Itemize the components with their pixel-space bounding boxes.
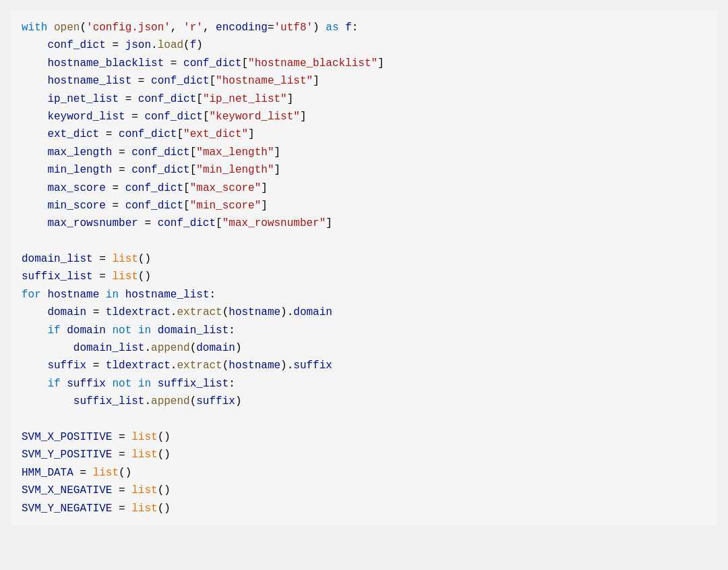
code-block: with open('config.json', 'r', encoding='… bbox=[11, 11, 717, 525]
code-line-5: ip_net_list = conf_dict["ip_net_list"] bbox=[22, 90, 706, 108]
code-line-21: suffix_list.append(suffix) bbox=[22, 393, 706, 410]
code-line-8: max_length = conf_dict["max_length"] bbox=[22, 144, 706, 161]
code-line-24: HMM_DATA = list() bbox=[22, 464, 706, 482]
code-line-7: ext_dict = conf_dict["ext_dict"] bbox=[22, 125, 706, 143]
code-line-blank1 bbox=[22, 233, 706, 250]
code-line-16: domain = tldextract.extract(hostname).do… bbox=[22, 304, 706, 321]
code-line-18: domain_list.append(domain) bbox=[22, 339, 706, 357]
code-line-17: if domain not in domain_list: bbox=[22, 322, 706, 339]
code-line-13: domain_list = list() bbox=[22, 250, 706, 268]
code-line-22: SVM_X_POSITIVE = list() bbox=[22, 428, 706, 446]
code-line-6: keyword_list = conf_dict["keyword_list"] bbox=[22, 108, 706, 125]
code-line-15: for hostname in hostname_list: bbox=[22, 286, 706, 304]
code-line-9: min_length = conf_dict["min_length"] bbox=[22, 161, 706, 179]
code-line-26: SVM_Y_NEGATIVE = list() bbox=[22, 500, 706, 517]
code-line-2: conf_dict = json.load(f) bbox=[22, 36, 706, 54]
code-line-1: with open('config.json', 'r', encoding='… bbox=[22, 19, 706, 36]
code-line-12: max_rowsnumber = conf_dict["max_rowsnumb… bbox=[22, 215, 706, 232]
code-line-25: SVM_X_NEGATIVE = list() bbox=[22, 482, 706, 499]
code-line-19: suffix = tldextract.extract(hostname).su… bbox=[22, 357, 706, 374]
code-line-11: min_score = conf_dict["min_score"] bbox=[22, 197, 706, 215]
code-line-10: max_score = conf_dict["max_score"] bbox=[22, 179, 706, 197]
code-line-4: hostname_list = conf_dict["hostname_list… bbox=[22, 72, 706, 90]
code-line-3: hostname_blacklist = conf_dict["hostname… bbox=[22, 55, 706, 72]
code-line-20: if suffix not in suffix_list: bbox=[22, 375, 706, 393]
code-line-23: SVM_Y_POSITIVE = list() bbox=[22, 446, 706, 463]
code-line-blank2 bbox=[22, 411, 706, 428]
code-line-14: suffix_list = list() bbox=[22, 268, 706, 285]
